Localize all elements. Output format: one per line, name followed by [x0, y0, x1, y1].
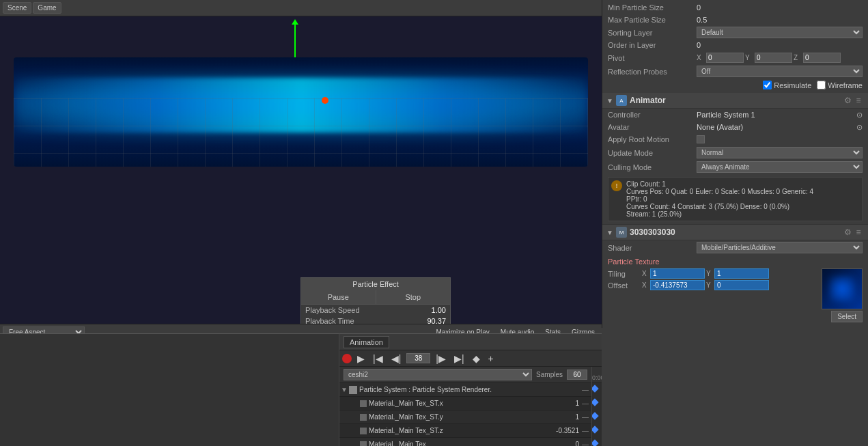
- right-panel: Min Particle Size 0 Max Particle Size 0.…: [602, 0, 868, 328]
- pivot-red-dot: [322, 97, 328, 104]
- pivot-y-input[interactable]: [755, 53, 792, 63]
- material-section-header[interactable]: ▼ M 3030303030 ⚙ ≡: [602, 225, 868, 240]
- anim-timeline[interactable]: 0:00 0:10 0:20 0:30 0:40 0:50 1:00 1:10 …: [592, 367, 602, 446]
- scene-view-btn[interactable]: Scene: [3, 2, 31, 14]
- curves-info: Curves Pos: 0 Quat: 0 Euler: 0 Scale: 0 …: [626, 188, 813, 195]
- resim-row: Resimulate Wireframe: [602, 79, 868, 92]
- animator-settings-btn[interactable]: ⚙: [842, 95, 853, 106]
- material-icon: M: [616, 227, 627, 238]
- track-sub-icon: [360, 428, 367, 434]
- clip-info-text: Clip Count: 1 Curves Pos: 0 Quat: 0 Eule…: [626, 180, 813, 218]
- prev-frame-button[interactable]: ◀|: [389, 352, 404, 365]
- prev-keyframe-button[interactable]: |◀: [370, 352, 386, 365]
- texture-thumbnail[interactable]: [822, 268, 863, 309]
- clip-count: Clip Count: 1: [626, 180, 813, 188]
- reflection-probes-label: Reflection Probes: [608, 68, 697, 76]
- pivot-z-input[interactable]: [803, 53, 841, 63]
- anim-props: ceshi2 Samples 60 ▼ Particle System : Pa…: [339, 367, 602, 446]
- samples-label: Samples: [536, 371, 563, 378]
- track-row: Material._Main Tex_ST.y 1 —: [339, 410, 591, 424]
- resimulate-checkbox[interactable]: [763, 81, 772, 89]
- pause-button[interactable]: Pause: [301, 290, 376, 304]
- track-value: 1: [540, 413, 580, 421]
- particle-texture-section: Particle Texture Tiling X Y: [602, 255, 868, 325]
- shader-dropdown[interactable]: Mobile/Particles/Additive: [697, 242, 863, 253]
- scene-toolbar: Scene Game: [0, 0, 602, 16]
- sorting-layer-dropdown[interactable]: Default: [697, 27, 863, 38]
- culling-mode-label: Culling Mode: [608, 163, 697, 171]
- select-button[interactable]: Select: [831, 311, 863, 322]
- track-minus-btn[interactable]: —: [580, 441, 590, 446]
- update-mode-dropdown[interactable]: Normal: [697, 147, 863, 158]
- keyframe-diamond: [592, 439, 599, 446]
- frame-input[interactable]: 38: [406, 353, 430, 363]
- avatar-pick-btn[interactable]: ⊙: [856, 123, 863, 132]
- anim-controls: ▶ |◀ ◀| 38 |▶ ▶| ◆ +: [339, 350, 602, 367]
- samples-input[interactable]: 60: [567, 370, 587, 380]
- track-name: Material._Main Tex_ST.x: [369, 400, 540, 407]
- animator-menu-btn[interactable]: ≡: [853, 95, 864, 106]
- offset-x-input[interactable]: [650, 280, 705, 290]
- track-value: 0: [540, 441, 580, 446]
- track-sub-icon: [360, 414, 367, 421]
- wireframe-checkbox[interactable]: [817, 81, 826, 89]
- track-name: Material._Main Tex_ST.z: [369, 427, 540, 434]
- material-collapse-arrow: ▼: [606, 229, 613, 236]
- max-particle-size-value: 0.5: [697, 16, 863, 24]
- track-expand-icon[interactable]: ▼: [341, 386, 349, 393]
- culling-mode-dropdown[interactable]: Always Animate: [697, 161, 863, 173]
- keyframe-diamond: [592, 385, 599, 392]
- apply-root-motion-checkbox[interactable]: [697, 135, 705, 143]
- track-value: 1: [540, 400, 580, 407]
- track-minus-btn[interactable]: —: [580, 400, 590, 407]
- grid-overlay: [14, 98, 588, 167]
- stop-button[interactable]: Stop: [376, 290, 451, 304]
- order-in-layer-value: 0: [697, 41, 863, 49]
- track-name: Material._Main Tex_: [369, 441, 540, 446]
- tiling-x-input[interactable]: [650, 268, 705, 279]
- avatar-value: None (Avatar): [697, 123, 856, 131]
- track-minus-btn[interactable]: —: [580, 413, 590, 421]
- keyframe-diamond: [592, 426, 599, 433]
- anim-header: Animation: [339, 334, 602, 350]
- tiling-label: Tiling: [608, 270, 642, 278]
- track-value: -0.3521: [540, 427, 580, 434]
- game-view-btn[interactable]: Game: [33, 2, 61, 14]
- material-settings-btn[interactable]: ⚙: [842, 227, 853, 238]
- offset-y-label: Y: [706, 281, 713, 289]
- clip-info-box: ! Clip Count: 1 Curves Pos: 0 Quat: 0 Eu…: [608, 177, 863, 221]
- sorting-layer-label: Sorting Layer: [608, 29, 697, 37]
- next-frame-button[interactable]: |▶: [433, 352, 449, 365]
- keyframe-diamond: [592, 398, 599, 406]
- tiling-y-input[interactable]: [714, 268, 769, 279]
- track-name: Material._Main Tex_ST.y: [369, 413, 540, 421]
- particle-background: [14, 57, 588, 167]
- tiling-y-label: Y: [706, 270, 713, 277]
- diamond-button[interactable]: ◆: [470, 352, 483, 365]
- add-curve-button[interactable]: +: [486, 352, 496, 365]
- play-button[interactable]: ▶: [354, 352, 367, 365]
- track-sub-icon: [360, 400, 367, 407]
- controller-pick-btn[interactable]: ⊙: [856, 111, 863, 120]
- offset-x-label: X: [642, 281, 649, 289]
- curves-count: Curves Count: 4 Constant: 3 (75.0%) Dens…: [626, 203, 813, 210]
- anim-left-panel: [0, 333, 339, 446]
- order-in-layer-label: Order in Layer: [608, 41, 697, 49]
- animation-tab[interactable]: Animation: [344, 336, 389, 348]
- record-button[interactable]: [342, 354, 352, 363]
- track-minus-btn[interactable]: —: [580, 427, 590, 434]
- stream-info: Stream: 1 (25.0%): [626, 210, 813, 218]
- offset-y-input[interactable]: [714, 280, 769, 290]
- pptr-info: PPtr: 0: [626, 195, 813, 203]
- animator-section-header[interactable]: ▼ A Animator ⚙ ≡: [602, 93, 868, 109]
- track-header-row: ceshi2 Samples 60: [339, 367, 591, 383]
- material-menu-btn[interactable]: ≡: [853, 227, 864, 238]
- clip-select[interactable]: ceshi2: [344, 369, 532, 380]
- pivot-x-input[interactable]: [706, 53, 744, 63]
- warning-row: ! MaterialPropertyBlock is used to modif…: [602, 325, 868, 328]
- track-minus-btn[interactable]: —: [580, 386, 590, 393]
- reflection-probes-dropdown[interactable]: Off: [697, 66, 863, 77]
- next-keyframe-button[interactable]: ▶|: [451, 352, 467, 365]
- texture-glow: [829, 276, 855, 302]
- track-icon: [349, 386, 357, 394]
